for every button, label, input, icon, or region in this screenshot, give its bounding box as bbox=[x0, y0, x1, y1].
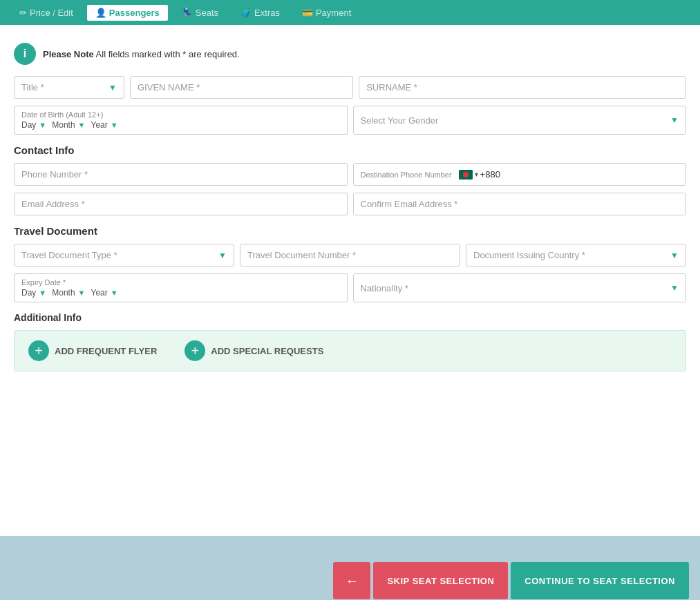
expiry-selects: Day ▼ Month ▼ Year ▼ bbox=[21, 288, 340, 298]
payment-icon: 💳 bbox=[302, 8, 313, 18]
doc-type-dropdown[interactable]: Travel Document Type * ▼ bbox=[14, 244, 234, 267]
nationality-label: Nationality * bbox=[361, 283, 667, 293]
doc-country-dropdown[interactable]: Document Issuing Country * ▼ bbox=[466, 244, 686, 267]
expiry-month-select[interactable]: Month ▼ bbox=[52, 288, 85, 298]
travel-section-title: Travel Document bbox=[14, 225, 686, 237]
phone-flag-arrow[interactable]: ▾ bbox=[475, 171, 478, 178]
add-frequent-flyer-label: ADD FREQUENT FLYER bbox=[55, 346, 157, 356]
nav-label-seats: Seats bbox=[196, 8, 218, 18]
dob-selects: Day ▼ Month ▼ Year ▼ bbox=[21, 120, 340, 130]
edit-icon: ✏ bbox=[19, 8, 27, 18]
back-button[interactable]: ← bbox=[333, 562, 370, 599]
dob-month-select[interactable]: Month ▼ bbox=[52, 120, 85, 130]
phone-code: +880 bbox=[480, 169, 500, 180]
nav-item-payment[interactable]: 💳 Payment bbox=[294, 5, 359, 21]
chevron-down-icon: ▼ bbox=[78, 121, 86, 129]
plus-icon: + bbox=[185, 340, 205, 361]
expiry-month-label: Month bbox=[52, 288, 75, 298]
given-name-input[interactable] bbox=[138, 82, 346, 93]
continue-seat-label: CONTINUE TO SEAT SELECTION bbox=[524, 576, 675, 586]
doc-type-label: Travel Document Type * bbox=[21, 250, 214, 260]
contact-section-title: Contact Info bbox=[14, 144, 686, 156]
email-input[interactable] bbox=[21, 199, 340, 209]
title-label: Title * bbox=[21, 82, 44, 93]
chevron-down-icon: ▼ bbox=[670, 115, 679, 125]
expiry-section: Expiry Date * Day ▼ Month ▼ Year ▼ bbox=[14, 273, 348, 302]
notice-text: Please Note All fields marked with * are… bbox=[43, 49, 240, 59]
notice-bold: Please Note bbox=[43, 49, 94, 59]
nav-item-passengers[interactable]: 👤 Passengers bbox=[87, 5, 168, 21]
nav-label-passengers: Passengers bbox=[109, 8, 160, 18]
notice-body: All fields marked with * are required. bbox=[96, 49, 240, 59]
doc-number-field[interactable] bbox=[240, 244, 460, 267]
dob-label: Date of Birth (Adult 12+) bbox=[21, 110, 340, 119]
nationality-dropdown[interactable]: Nationality * ▼ bbox=[353, 273, 687, 302]
expiry-day-select[interactable]: Day ▼ bbox=[21, 288, 46, 298]
chevron-down-icon: ▼ bbox=[670, 283, 679, 293]
confirm-email-input[interactable] bbox=[361, 199, 679, 209]
skip-seat-button[interactable]: SKIP SEAT SELECTION bbox=[373, 562, 508, 599]
flag-bd-icon bbox=[459, 170, 473, 180]
chevron-down-icon: ▼ bbox=[78, 289, 86, 297]
surname-field[interactable] bbox=[359, 76, 686, 99]
dob-day-label: Day bbox=[21, 120, 36, 130]
bottom-bar: ← SKIP SEAT SELECTION CONTINUE TO SEAT S… bbox=[0, 536, 700, 600]
back-arrow-icon: ← bbox=[345, 573, 359, 589]
chevron-down-icon: ▼ bbox=[111, 289, 118, 297]
expiry-nationality-row: Expiry Date * Day ▼ Month ▼ Year ▼ Natio… bbox=[14, 273, 686, 302]
email-field[interactable] bbox=[14, 193, 348, 215]
dob-gender-row: Date of Birth (Adult 12+) Day ▼ Month ▼ … bbox=[14, 106, 686, 135]
nav-item-seats[interactable]: 💺 Seats bbox=[173, 5, 227, 21]
chevron-down-icon: ▼ bbox=[111, 121, 118, 129]
notice-icon: i bbox=[14, 43, 36, 65]
phone-row: Destination Phone Number ▾ +880 bbox=[14, 163, 686, 186]
dob-section: Date of Birth (Adult 12+) Day ▼ Month ▼ … bbox=[14, 106, 348, 135]
seats-icon: 💺 bbox=[182, 8, 193, 18]
additional-info-title: Additional Info bbox=[14, 312, 686, 323]
chevron-down-icon: ▼ bbox=[670, 251, 679, 260]
plus-icon: + bbox=[28, 340, 49, 361]
title-dropdown[interactable]: Title * ▼ bbox=[14, 76, 124, 99]
notice-bar: i Please Note All fields marked with * a… bbox=[14, 36, 686, 76]
top-navigation: ✏ Price / Edit 👤 Passengers 💺 Seats 🧳 Ex… bbox=[0, 0, 700, 25]
gender-label: Select Your Gender bbox=[361, 115, 667, 126]
passengers-icon: 👤 bbox=[95, 8, 106, 18]
dob-day-select[interactable]: Day ▼ bbox=[21, 120, 46, 130]
action-buttons-row: + ADD FREQUENT FLYER + ADD SPECIAL REQUE… bbox=[14, 330, 686, 371]
doc-country-label: Document Issuing Country * bbox=[473, 250, 666, 260]
skip-seat-label: SKIP SEAT SELECTION bbox=[387, 576, 494, 586]
expiry-year-select[interactable]: Year ▼ bbox=[91, 288, 117, 298]
add-special-requests-label: ADD SPECIAL REQUESTS bbox=[211, 346, 323, 356]
nav-item-price-edit[interactable]: ✏ Price / Edit bbox=[11, 5, 82, 21]
dob-year-select[interactable]: Year ▼ bbox=[91, 120, 117, 130]
continue-seat-button[interactable]: CONTINUE TO SEAT SELECTION bbox=[511, 562, 689, 599]
nav-label-price: Price / Edit bbox=[30, 8, 73, 18]
add-special-requests-button[interactable]: + ADD SPECIAL REQUESTS bbox=[185, 340, 323, 361]
nav-label-extras: Extras bbox=[254, 8, 280, 18]
surname-input[interactable] bbox=[366, 82, 679, 93]
chevron-down-icon: ▼ bbox=[108, 83, 117, 93]
given-name-field[interactable] bbox=[130, 76, 353, 99]
nav-item-extras[interactable]: 🧳 Extras bbox=[232, 5, 288, 21]
dest-phone-field[interactable]: Destination Phone Number ▾ +880 bbox=[353, 163, 687, 186]
phone-input[interactable] bbox=[21, 169, 340, 180]
nav-label-payment: Payment bbox=[316, 8, 351, 18]
chevron-down-icon: ▼ bbox=[39, 121, 46, 129]
confirm-email-field[interactable] bbox=[353, 193, 687, 215]
chevron-down-icon: ▼ bbox=[39, 289, 46, 297]
chevron-down-icon: ▼ bbox=[218, 251, 227, 260]
extras-icon: 🧳 bbox=[240, 8, 252, 18]
name-row: Title * ▼ bbox=[14, 76, 686, 99]
dest-phone-wrapper: Destination Phone Number ▾ +880 bbox=[361, 169, 500, 180]
doc-row: Travel Document Type * ▼ Document Issuin… bbox=[14, 244, 686, 267]
expiry-year-label: Year bbox=[91, 288, 107, 298]
dest-phone-label: Destination Phone Number bbox=[361, 171, 452, 179]
expiry-day-label: Day bbox=[21, 288, 36, 298]
email-row bbox=[14, 193, 686, 215]
phone-field[interactable] bbox=[14, 163, 348, 186]
main-form-container: i Please Note All fields marked with * a… bbox=[0, 25, 700, 536]
gender-dropdown[interactable]: Select Your Gender ▼ bbox=[353, 106, 687, 135]
add-frequent-flyer-button[interactable]: + ADD FREQUENT FLYER bbox=[28, 340, 157, 361]
doc-number-input[interactable] bbox=[247, 250, 453, 260]
dob-month-label: Month bbox=[52, 120, 75, 130]
